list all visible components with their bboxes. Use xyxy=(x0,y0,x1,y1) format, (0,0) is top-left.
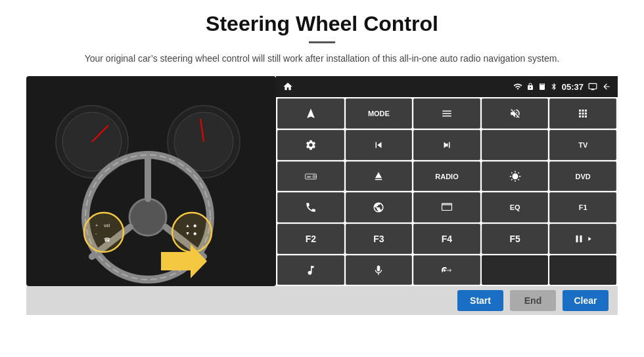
btn-phone[interactable] xyxy=(277,192,344,222)
btn-web[interactable] xyxy=(346,192,413,222)
btn-window[interactable] xyxy=(413,192,480,222)
svg-text:360: 360 xyxy=(307,175,311,178)
svg-point-8 xyxy=(129,199,166,236)
status-left xyxy=(283,81,293,92)
bottom-bar: Start End Clear xyxy=(26,286,618,315)
btn-phone2[interactable] xyxy=(413,255,480,285)
svg-rect-26 xyxy=(541,83,542,85)
status-bar: 05:37 xyxy=(276,76,618,97)
btn-empty-1 xyxy=(482,255,549,285)
btn-f4[interactable]: F4 xyxy=(413,224,480,254)
svg-text:▲: ▲ xyxy=(185,223,190,228)
btn-prev[interactable] xyxy=(346,130,413,160)
home-icon xyxy=(283,81,293,92)
btn-f1[interactable]: F1 xyxy=(549,192,616,222)
svg-text:vol: vol xyxy=(104,223,110,228)
btn-navigate[interactable] xyxy=(277,98,344,129)
btn-360[interactable]: 360 xyxy=(277,161,344,192)
btn-f5[interactable]: F5 xyxy=(482,224,549,254)
svg-point-13 xyxy=(84,213,124,252)
svg-rect-27 xyxy=(543,83,543,85)
btn-f3[interactable]: F3 xyxy=(346,224,413,254)
btn-empty-2 xyxy=(549,255,616,285)
button-grid: MODE xyxy=(276,97,618,286)
radio-panel: 05:37 MODE xyxy=(276,76,618,286)
btn-mic[interactable] xyxy=(346,255,413,285)
status-right: 05:37 xyxy=(513,82,611,92)
clear-button[interactable]: Clear xyxy=(563,290,609,311)
btn-f2[interactable]: F2 xyxy=(277,224,344,254)
btn-playpause[interactable] xyxy=(549,224,616,254)
wifi-icon xyxy=(513,82,522,91)
screen-icon xyxy=(587,82,598,91)
content-area: + vol - ☎ ▲ ◆ ▼ ◆ xyxy=(26,76,618,286)
btn-list[interactable] xyxy=(413,98,480,129)
svg-text:+: + xyxy=(95,223,98,228)
bluetooth-icon xyxy=(550,82,558,91)
svg-text:☎: ☎ xyxy=(104,237,110,243)
page-subtitle: Your original car’s steering wheel contr… xyxy=(85,51,560,66)
title-divider xyxy=(309,41,335,43)
btn-radio[interactable]: RADIO xyxy=(413,161,480,192)
btn-settings[interactable] xyxy=(277,130,344,160)
btn-eq[interactable]: EQ xyxy=(482,192,549,222)
svg-text:▼: ▼ xyxy=(185,231,190,236)
status-time: 05:37 xyxy=(562,82,584,92)
btn-apps[interactable] xyxy=(549,98,616,129)
btn-tv[interactable] xyxy=(482,130,549,160)
page-title: Steering Wheel Control xyxy=(206,12,438,36)
btn-brightness[interactable] xyxy=(482,161,549,192)
svg-rect-25 xyxy=(540,83,541,85)
end-button[interactable]: End xyxy=(510,290,556,311)
page-wrapper: Steering Wheel Control Your original car… xyxy=(0,0,644,357)
start-button[interactable]: Start xyxy=(457,290,503,311)
btn-dvd[interactable]: DVD xyxy=(549,161,616,192)
sd-icon xyxy=(538,83,546,91)
btn-mute[interactable] xyxy=(482,98,549,129)
btn-next[interactable] xyxy=(413,130,480,160)
svg-point-31 xyxy=(313,176,315,177)
lock-icon xyxy=(526,83,534,91)
btn-eject[interactable] xyxy=(346,161,413,192)
btn-media[interactable]: TV xyxy=(549,130,616,160)
car-image: + vol - ☎ ▲ ◆ ▼ ◆ xyxy=(26,76,276,286)
svg-rect-33 xyxy=(442,203,451,205)
btn-mode[interactable]: MODE xyxy=(346,98,413,129)
btn-music[interactable] xyxy=(277,255,344,285)
back-icon xyxy=(602,82,611,91)
